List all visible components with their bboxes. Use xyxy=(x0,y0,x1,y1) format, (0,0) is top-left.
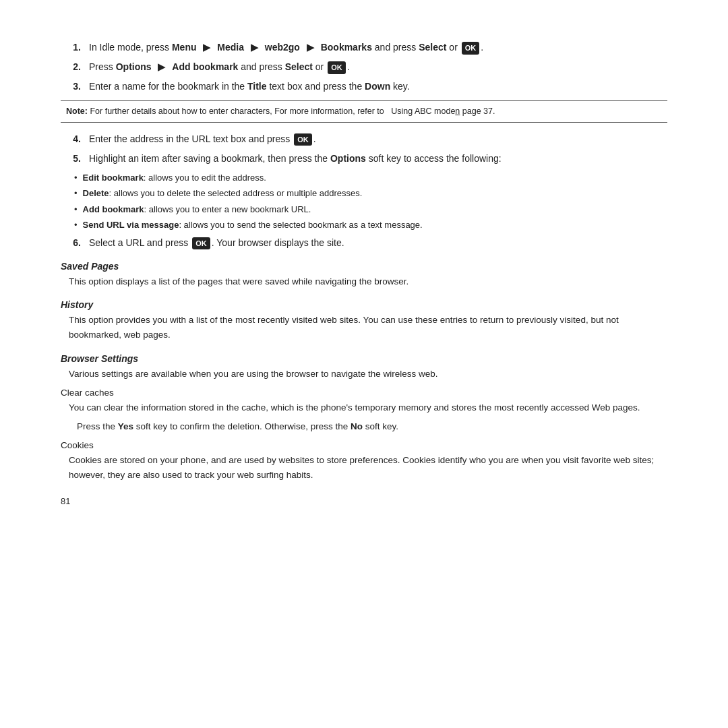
note-text: For further details about how to enter c… xyxy=(90,107,495,116)
bullet-edit: • Edit bookmark: allows you to edit the … xyxy=(74,171,667,185)
clear-caches-title: Clear caches xyxy=(61,388,667,398)
bullet-text-1: Edit bookmark: allows you to edit the ad… xyxy=(83,171,266,185)
cookies-title: Cookies xyxy=(61,440,667,450)
cookies-body: Cookies are stored on your phone, and ar… xyxy=(69,453,667,482)
step-5: 5. Highlight an item after saving a book… xyxy=(61,152,667,166)
steps-list-2: 4. Enter the address in the URL text box… xyxy=(61,132,667,166)
bookmarks-label: Bookmarks xyxy=(321,42,372,53)
bullet-send: • Send URL via message: allows you to se… xyxy=(74,218,667,232)
bullet-text-2: Delete: allows you to delete the selecte… xyxy=(83,187,363,200)
down-label: Down xyxy=(365,81,390,92)
arrow-1: ▶ xyxy=(203,40,210,55)
step-content-6: Select a URL and press OK. Your browser … xyxy=(89,236,667,250)
step-4: 4. Enter the address in the URL text box… xyxy=(61,132,667,146)
step-content-4: Enter the address in the URL text box an… xyxy=(89,132,667,146)
step-num-2: 2. xyxy=(61,60,81,74)
arrow-3: ▶ xyxy=(307,40,314,55)
step-1: 1. In Idle mode, press Menu ▶ Media ▶ we… xyxy=(61,40,667,55)
bullet-dot-3: • xyxy=(74,203,78,216)
ok-badge-1: OK xyxy=(462,42,480,55)
step-num-1: 1. xyxy=(61,40,81,55)
yes-label: Yes xyxy=(118,421,133,431)
step-num-6: 6. xyxy=(61,236,81,250)
note-box: Note: For further details about how to e… xyxy=(61,100,667,123)
select-label-1: Select xyxy=(419,42,446,53)
saved-pages-body: This option displays a list of the pages… xyxy=(69,274,667,289)
bullet-delete: • Delete: allows you to delete the selec… xyxy=(74,187,667,200)
arrow-4: ▶ xyxy=(158,60,165,74)
bullet-list: • Edit bookmark: allows you to edit the … xyxy=(74,171,667,232)
bullet-text-3: Add bookmark: allows you to enter a new … xyxy=(83,203,311,216)
step-content-5: Highlight an item after saving a bookmar… xyxy=(89,152,667,166)
clear-caches-body: You can clear the information stored in … xyxy=(69,400,667,415)
ok-badge-3: OK xyxy=(294,133,312,146)
bullet-add: • Add bookmark: allows you to enter a ne… xyxy=(74,203,667,216)
ok-badge-2: OK xyxy=(328,61,346,74)
step-3: 3. Enter a name for the bookmark in the … xyxy=(61,80,667,94)
media-label: Media xyxy=(217,42,244,53)
arrow-2: ▶ xyxy=(251,40,258,55)
step-num-3: 3. xyxy=(61,80,81,94)
step-6: 6. Select a URL and press OK. Your brows… xyxy=(61,236,667,250)
steps-list-1: 1. In Idle mode, press Menu ▶ Media ▶ we… xyxy=(61,40,667,94)
options-label-1: Options xyxy=(116,61,152,72)
page-content: 1. In Idle mode, press Menu ▶ Media ▶ we… xyxy=(0,0,728,533)
title-label: Title xyxy=(247,81,267,92)
bullet-dot-4: • xyxy=(74,218,78,232)
step-num-5: 5. xyxy=(61,152,81,166)
web2go-label: web2go xyxy=(265,42,300,53)
step-2: 2. Press Options ▶ Add bookmark and pres… xyxy=(61,60,667,74)
bullet-dot-1: • xyxy=(74,171,78,185)
add-bookmark-label: Add bookmark xyxy=(172,61,238,72)
select-label-2: Select xyxy=(285,61,313,72)
options-label-2: Options xyxy=(330,153,366,164)
bullet-text-4: Send URL via message: allows you to send… xyxy=(83,218,423,232)
step-content-1: In Idle mode, press Menu ▶ Media ▶ web2g… xyxy=(89,40,667,55)
browser-settings-body: Various settings are available when you … xyxy=(69,367,667,382)
step-num-4: 4. xyxy=(61,132,81,146)
page-number: 81 xyxy=(61,496,667,506)
browser-settings-title: Browser Settings xyxy=(61,353,667,364)
clear-caches-note: Press the Yes soft key to confirm the de… xyxy=(77,419,667,434)
ok-badge-4: OK xyxy=(192,237,210,250)
no-label: No xyxy=(351,421,363,431)
history-title: History xyxy=(61,299,667,310)
step-content-3: Enter a name for the bookmark in the Tit… xyxy=(89,80,667,94)
step-content-2: Press Options ▶ Add bookmark and press S… xyxy=(89,60,667,74)
history-body: This option provides you with a list of … xyxy=(69,313,667,342)
note-label: Note: xyxy=(66,107,88,116)
bullet-dot-2: • xyxy=(74,187,78,200)
saved-pages-title: Saved Pages xyxy=(61,261,667,272)
menu-label: Menu xyxy=(172,42,197,53)
